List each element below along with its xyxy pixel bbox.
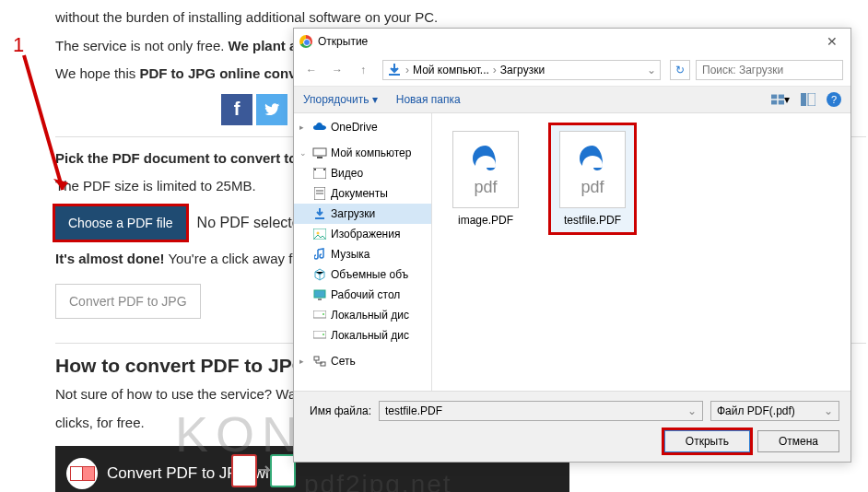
- svg-rect-10: [779, 95, 784, 100]
- tree-network[interactable]: ▸Сеть: [294, 351, 431, 371]
- svg-rect-16: [317, 157, 323, 158]
- dialog-titlebar: Открытие ✕: [294, 29, 850, 54]
- no-pdf-selected: No PDF selected: [197, 215, 309, 231]
- convert-button[interactable]: Convert PDF to JPG: [55, 284, 201, 319]
- facebook-share[interactable]: f: [221, 94, 252, 125]
- filename-input[interactable]: testfile.PDF⌄: [379, 401, 703, 421]
- filename-label: Имя файла:: [305, 404, 371, 417]
- view-icon[interactable]: ▾: [771, 92, 790, 107]
- tree-3dobjects[interactable]: Объемные объ: [294, 264, 431, 285]
- svg-rect-14: [808, 93, 815, 106]
- dialog-title: Открытие: [318, 35, 368, 48]
- file-testfile-pdf[interactable]: pdf testfile.PDF: [548, 123, 637, 235]
- choose-pdf-button[interactable]: Choose a PDF file: [55, 206, 186, 240]
- svg-rect-1: [271, 455, 295, 486]
- svg-rect-19: [323, 169, 325, 170]
- svg-rect-12: [779, 100, 784, 105]
- up-button[interactable]: ↑: [353, 60, 373, 80]
- tree-documents[interactable]: Документы: [294, 183, 431, 204]
- tree-localdisk[interactable]: Локальный дис: [294, 325, 431, 346]
- svg-rect-15: [313, 148, 326, 156]
- tree-pictures[interactable]: Изображения: [294, 224, 431, 244]
- chrome-icon: [299, 35, 312, 48]
- search-input[interactable]: [696, 60, 843, 80]
- tree-downloads[interactable]: Загрузки: [294, 204, 431, 224]
- downloads-icon: [387, 63, 402, 77]
- tree-computer[interactable]: ⌄Мой компьютер: [294, 143, 431, 163]
- dialog-footer: Имя файла: testfile.PDF⌄ Файл PDF(.pdf)⌄…: [294, 391, 850, 462]
- filetype-select[interactable]: Файл PDF(.pdf)⌄: [710, 401, 839, 421]
- svg-point-29: [323, 313, 324, 315]
- svg-rect-9: [771, 95, 777, 100]
- new-folder-button[interactable]: Новая папка: [396, 93, 461, 106]
- close-button[interactable]: ✕: [819, 32, 845, 51]
- file-open-dialog: Открытие ✕ ← → ↑ › Мой компьют... › Загр…: [293, 28, 851, 463]
- video-channel-icon: [66, 458, 98, 489]
- breadcrumb[interactable]: › Мой компьют... › Загрузки ⌄: [382, 60, 661, 80]
- svg-rect-27: [318, 299, 322, 300]
- svg-point-25: [317, 232, 320, 235]
- svg-rect-32: [314, 357, 319, 360]
- folder-tree: ▸OneDrive ⌄Мой компьютер Видео Документы…: [294, 113, 432, 391]
- preview-icon[interactable]: [799, 92, 817, 107]
- svg-rect-8: [389, 74, 400, 76]
- help-icon[interactable]: ?: [827, 92, 841, 107]
- tree-localdisk[interactable]: Локальный дис: [294, 305, 431, 325]
- svg-rect-26: [314, 290, 325, 298]
- svg-rect-0: [232, 455, 256, 486]
- svg-rect-11: [771, 100, 777, 105]
- tree-videos[interactable]: Видео: [294, 163, 431, 183]
- tree-music[interactable]: Музыка: [294, 244, 431, 264]
- page-text: without the burden of installing additio…: [55, 7, 866, 29]
- organize-menu[interactable]: Упорядочить ▾: [303, 93, 378, 106]
- svg-point-31: [323, 334, 324, 335]
- annotation-arrow-1: [17, 52, 79, 208]
- pdf2jpg-logo: pdf2jpg.net: [304, 470, 452, 492]
- dialog-nav: ← → ↑ › Мой компьют... › Загрузки ⌄ ↻: [294, 54, 850, 87]
- cancel-button[interactable]: Отмена: [757, 430, 839, 452]
- refresh-button[interactable]: ↻: [670, 60, 690, 80]
- file-image-pdf[interactable]: pdf image.PDF: [441, 123, 530, 235]
- svg-rect-23: [315, 217, 324, 219]
- back-button[interactable]: ←: [301, 60, 322, 80]
- dialog-toolbar: Упорядочить ▾ Новая папка ▾ ?: [294, 87, 850, 113]
- tree-desktop[interactable]: Рабочий стол: [294, 285, 431, 305]
- tree-onedrive[interactable]: ▸OneDrive: [294, 117, 431, 137]
- svg-rect-18: [314, 169, 316, 170]
- twitter-share[interactable]: [256, 94, 287, 125]
- svg-rect-13: [801, 93, 806, 106]
- svg-line-2: [24, 55, 63, 190]
- pdf2jpg-logo-icon: [230, 450, 297, 490]
- file-list: pdf image.PDF pdf testfile.PDF: [432, 113, 850, 391]
- forward-button[interactable]: →: [327, 60, 347, 80]
- open-button[interactable]: Открыть: [664, 430, 750, 452]
